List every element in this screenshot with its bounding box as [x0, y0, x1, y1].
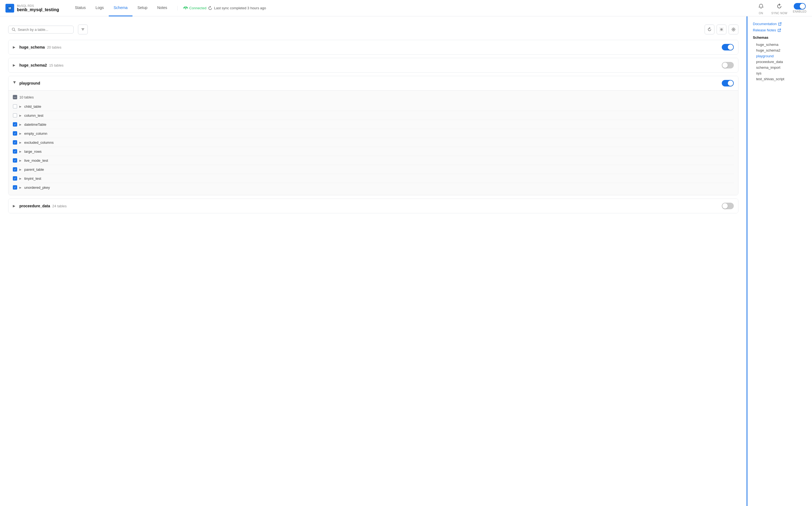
table-child-table-checkbox[interactable] — [13, 104, 17, 108]
table-row: ✓ ▶ parent_table — [13, 165, 734, 174]
expand-all-button[interactable] — [717, 24, 726, 34]
notification-button[interactable] — [756, 1, 766, 11]
svg-point-10 — [733, 29, 734, 30]
schema-proceedure-data: ▶ proceedure_data 24 tables — [8, 198, 738, 213]
external-link-icon — [778, 22, 782, 26]
sidebar-schema-huge-schema[interactable]: huge_schema — [753, 42, 807, 48]
expand-icon — [719, 27, 724, 32]
table-datetimtable-checkbox[interactable]: ✓ — [13, 122, 17, 126]
schema-huge-schema2-header[interactable]: ▶ huge_schema2 15 tables — [8, 58, 738, 72]
table-large-rows-checkbox[interactable]: ✓ — [13, 149, 17, 154]
schema-huge-schema-toggle-wrap — [722, 44, 734, 51]
svg-line-11 — [780, 23, 782, 24]
table-live-mode-test-checkbox[interactable]: ✓ — [13, 158, 17, 163]
table-expand-icon[interactable]: ▶ — [19, 168, 22, 171]
table-unordered-pkey-checkbox[interactable]: ✓ — [13, 185, 17, 189]
tab-logs[interactable]: Logs — [91, 0, 108, 16]
sync-now-button[interactable] — [775, 1, 784, 11]
sidebar-schema-test-shivas-script[interactable]: test_shivas_script — [753, 76, 807, 82]
table-empty-column-name: empty_column — [24, 132, 47, 136]
table-live-mode-test-name: live_mode_test — [24, 159, 48, 163]
table-expand-icon[interactable]: ▶ — [19, 177, 22, 180]
schema-proceedure-data-header[interactable]: ▶ proceedure_data 24 tables — [8, 199, 738, 213]
schema-huge-schema2-toggle[interactable] — [722, 62, 734, 69]
sidebar-schema-schema-import[interactable]: schema_import — [753, 65, 807, 70]
partial-select-checkbox[interactable]: — — [13, 95, 17, 99]
enabled-toggle[interactable] — [794, 3, 806, 10]
toolbar-row — [8, 24, 738, 34]
filter-icon — [81, 27, 85, 31]
tab-notes[interactable]: Notes — [153, 0, 172, 16]
schema-proceedure-data-name: proceedure_data — [19, 204, 50, 208]
settings-button[interactable] — [729, 24, 738, 34]
schema-huge-schema-count: 20 tables — [47, 45, 61, 50]
schemas-section-title: Schemas — [753, 35, 807, 39]
connected-label: Connected — [189, 6, 206, 10]
table-tinyint-test-checkbox[interactable]: ✓ — [13, 176, 17, 181]
sidebar-schema-sys[interactable]: sys — [753, 70, 807, 76]
search-filter-group — [8, 24, 88, 34]
table-row: ▶ column_test — [13, 111, 734, 120]
table-row: ▶ child_table — [13, 102, 734, 111]
bell-icon — [758, 4, 764, 9]
sidebar-schema-playground[interactable]: playground — [753, 53, 807, 59]
table-tinyint-test-name: tinyint_test — [24, 176, 41, 181]
sync-status-icon — [208, 6, 212, 10]
header: M MySQL RDS benb_mysql_testing Status Lo… — [0, 0, 812, 16]
gear-icon — [731, 27, 736, 32]
table-expand-icon[interactable]: ▶ — [19, 132, 22, 135]
schema-huge-schema2-toggle-wrap — [722, 62, 734, 69]
table-excluded-columns-checkbox[interactable]: ✓ — [13, 140, 17, 145]
schema-huge-schema2-name: huge_schema2 — [19, 63, 47, 67]
table-datetimetable-name: datetimeTable — [24, 122, 46, 126]
table-row: ✓ ▶ large_rows — [13, 147, 734, 156]
connected-icon — [183, 7, 188, 10]
table-expand-icon[interactable]: ▶ — [19, 141, 22, 144]
chevron-right-icon: ▶ — [13, 204, 17, 208]
db-name: benb_mysql_testing — [17, 7, 59, 12]
external-link-icon — [778, 29, 781, 32]
svg-point-2 — [185, 8, 186, 9]
table-row: ✓ ▶ excluded_columns — [13, 138, 734, 147]
table-row: ✓ ▶ empty_column — [13, 129, 734, 138]
table-empty-column-checkbox[interactable]: ✓ — [13, 131, 17, 136]
schema-huge-schema-toggle[interactable] — [722, 44, 734, 51]
sync-text: Last sync completed 3 hours ago — [214, 6, 266, 10]
table-parent-table-checkbox[interactable]: ✓ — [13, 167, 17, 172]
table-expand-icon[interactable]: ▶ — [19, 186, 22, 189]
tab-setup[interactable]: Setup — [132, 0, 153, 16]
table-expand-icon[interactable]: ▶ — [19, 150, 22, 153]
tab-schema[interactable]: Schema — [109, 0, 132, 16]
content-area: ▶ huge_schema 20 tables ▶ huge_schema2 1… — [0, 16, 746, 506]
playground-tables-container: — 10 tables ▶ child_table ▶ column_test — [8, 90, 738, 195]
schema-huge-schema-header[interactable]: ▶ huge_schema 20 tables — [8, 40, 738, 54]
tables-count-label: 10 tables — [19, 95, 34, 99]
sidebar-schema-huge-schema2[interactable]: huge_schema2 — [753, 48, 807, 53]
release-notes-link[interactable]: Release Notes — [753, 28, 807, 32]
search-input[interactable] — [18, 27, 70, 32]
toolbar-right — [705, 24, 738, 34]
table-row: ✓ ▶ datetimeTable — [13, 120, 734, 129]
app-logo: M — [5, 4, 14, 12]
schema-playground-toggle[interactable] — [722, 80, 734, 86]
table-expand-icon[interactable]: ▶ — [19, 159, 22, 162]
search-box[interactable] — [8, 26, 74, 33]
tab-status[interactable]: Status — [70, 0, 91, 16]
search-icon — [12, 27, 15, 31]
refresh-schema-button[interactable] — [705, 24, 714, 34]
nav-tabs: Status Logs Schema Setup Notes Connected… — [70, 0, 756, 16]
table-expand-icon[interactable]: ▶ — [19, 105, 22, 108]
tables-header: — 10 tables — [13, 94, 734, 102]
schema-proceedure-data-toggle[interactable] — [722, 203, 734, 209]
documentation-link[interactable]: Documentation — [753, 22, 807, 26]
filter-button[interactable] — [78, 24, 88, 34]
sidebar-schema-proceedure-data[interactable]: proceedure_data — [753, 59, 807, 65]
table-expand-icon[interactable]: ▶ — [19, 123, 22, 126]
table-column-test-checkbox[interactable] — [13, 113, 17, 117]
table-expand-icon[interactable]: ▶ — [19, 114, 22, 117]
sync-now-label: SYNC NOW — [772, 12, 788, 15]
schema-playground-header[interactable]: ▶ playground — [8, 76, 738, 90]
table-parent-table-name: parent_table — [24, 167, 44, 172]
chevron-right-icon: ▶ — [13, 45, 17, 49]
table-column-test-name: column_test — [24, 113, 43, 117]
